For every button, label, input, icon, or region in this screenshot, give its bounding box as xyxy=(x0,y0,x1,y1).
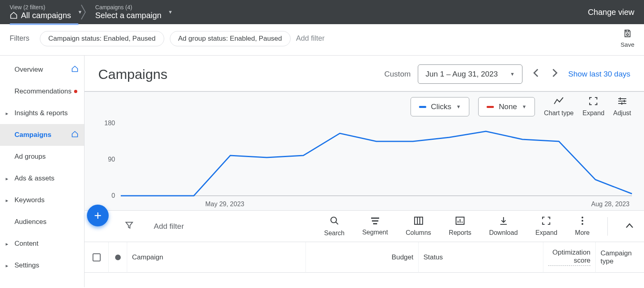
breadcrumb-view-main: All campaigns xyxy=(21,10,71,20)
svg-rect-7 xyxy=(372,220,378,222)
content-area: Campaigns Custom Jun 1 – Aug 31, 2023 ▼ … xyxy=(85,56,644,287)
sidebar-item-insights-reports[interactable]: Insights & reports xyxy=(0,102,84,124)
search-icon xyxy=(324,216,345,228)
caret-down-icon: ▼ xyxy=(168,9,173,15)
download-button[interactable]: Download xyxy=(489,216,518,236)
sidebar-item-content[interactable]: Content xyxy=(0,233,84,255)
sidebar-item-label: Recommendations xyxy=(14,87,72,95)
new-campaign-fab[interactable]: + xyxy=(87,205,109,226)
chart-section: Clicks ▼ None ▼ Chart type xyxy=(85,91,644,222)
filter-icon[interactable] xyxy=(125,221,134,232)
reports-icon xyxy=(449,216,471,228)
table-expand-button[interactable]: Expand xyxy=(535,216,557,236)
reports-button[interactable]: Reports xyxy=(449,216,471,236)
svg-rect-8 xyxy=(373,223,377,224)
svg-point-13 xyxy=(582,223,583,224)
chart-type-button[interactable]: Chart type xyxy=(544,97,574,117)
notification-dot-icon xyxy=(74,90,77,93)
sidebar-item-overview[interactable]: Overview xyxy=(0,59,84,81)
more-button[interactable]: More xyxy=(575,216,590,236)
table-expand-label: Expand xyxy=(535,229,557,236)
status-dot-header xyxy=(109,242,127,273)
segment-icon xyxy=(362,217,388,227)
sidebar-item-label: Insights & reports xyxy=(14,109,68,117)
breadcrumb-view[interactable]: View (2 filters) All campaigns ▼ xyxy=(10,0,78,24)
show-last-30-days-link[interactable]: Show last 30 days xyxy=(568,70,630,79)
breadcrumb-campaigns-main: Select a campaign xyxy=(95,10,162,20)
search-label: Search xyxy=(324,230,345,237)
status-dot-icon xyxy=(115,255,121,260)
add-filter-link[interactable]: Add filter xyxy=(296,34,325,43)
date-prev-button[interactable] xyxy=(530,68,542,80)
home-icon xyxy=(71,131,78,140)
caret-down-icon: ▼ xyxy=(78,9,83,15)
sidebar-item-recommendations[interactable]: Recommendations xyxy=(0,81,84,102)
col-campaign[interactable]: Campaign xyxy=(127,242,306,273)
chart-expand-label: Expand xyxy=(582,110,604,117)
chart-adjust-label: Adjust xyxy=(613,110,631,117)
svg-text:180: 180 xyxy=(104,120,115,126)
sidebar-item-label: Campaigns xyxy=(14,131,52,139)
svg-point-5 xyxy=(331,217,336,223)
metric-selector-secondary[interactable]: None ▼ xyxy=(478,97,535,116)
select-all-checkbox[interactable] xyxy=(93,253,101,261)
select-all-cell xyxy=(85,242,109,273)
more-label: More xyxy=(575,229,590,236)
sidebar-item-ads-assets[interactable]: Ads & assets xyxy=(0,168,84,189)
date-range-picker[interactable]: Jun 1 – Aug 31, 2023 ▼ xyxy=(418,64,522,84)
sidebar-item-settings[interactable]: Settings xyxy=(0,255,84,276)
page-header: Campaigns Custom Jun 1 – Aug 31, 2023 ▼ … xyxy=(85,56,644,91)
columns-label: Columns xyxy=(406,229,431,236)
filters-label: Filters xyxy=(10,34,29,43)
filter-bar: Filters Campaign status: Enabled, Paused… xyxy=(0,24,644,56)
download-icon xyxy=(489,216,518,228)
sidebar-item-label: Settings xyxy=(14,261,39,269)
collapse-arrow-button[interactable] xyxy=(625,223,634,230)
col-status[interactable]: Status xyxy=(419,242,543,273)
expand-icon xyxy=(535,216,557,228)
plus-icon: + xyxy=(94,208,102,223)
caret-down-icon: ▼ xyxy=(510,71,515,77)
date-range-value: Jun 1 – Aug 31, 2023 xyxy=(425,70,498,79)
adjust-icon xyxy=(613,97,631,108)
home-icon xyxy=(71,65,78,75)
sidebar-item-label: Overview xyxy=(14,66,43,74)
sidebar-item-ad-groups[interactable]: Ad groups xyxy=(0,146,84,168)
save-label: Save xyxy=(621,41,634,48)
chart-x-axis-labels: May 29, 2023 Aug 28, 2023 xyxy=(85,201,644,210)
more-icon xyxy=(575,216,590,228)
chart-expand-button[interactable]: Expand xyxy=(582,97,604,117)
svg-point-0 xyxy=(627,33,629,35)
svg-rect-6 xyxy=(371,218,379,219)
search-button[interactable]: Search xyxy=(324,216,345,237)
chart-adjust-button[interactable]: Adjust xyxy=(613,97,631,117)
table-add-filter[interactable]: Add filter xyxy=(154,222,184,231)
columns-button[interactable]: Columns xyxy=(406,216,431,236)
metric-selector-primary[interactable]: Clicks ▼ xyxy=(411,97,470,116)
filter-chip-campaign-status[interactable]: Campaign status: Enabled, Paused xyxy=(40,31,164,46)
metric-primary-label: Clicks xyxy=(431,102,452,111)
chart-type-icon xyxy=(544,97,574,108)
reports-label: Reports xyxy=(449,229,471,236)
caret-down-icon: ▼ xyxy=(522,104,527,110)
columns-icon xyxy=(406,216,431,228)
col-optimization-score[interactable]: Optimization score xyxy=(543,242,596,273)
svg-point-11 xyxy=(582,216,583,218)
download-label: Download xyxy=(489,229,518,236)
col-budget[interactable]: Budget xyxy=(306,242,419,273)
col-campaign-type[interactable]: Campaign type xyxy=(596,242,644,273)
date-next-button[interactable] xyxy=(549,68,561,80)
change-view-link[interactable]: Change view xyxy=(588,8,634,17)
save-button[interactable]: Save xyxy=(621,29,634,48)
expand-icon xyxy=(582,97,604,108)
sidebar-item-campaigns[interactable]: Campaigns xyxy=(0,124,84,146)
sidebar-item-keywords[interactable]: Keywords xyxy=(0,189,84,211)
sidebar: OverviewRecommendationsInsights & report… xyxy=(0,56,85,287)
svg-text:90: 90 xyxy=(108,156,115,163)
segment-button[interactable]: Segment xyxy=(362,217,388,236)
filter-chip-adgroup-status[interactable]: Ad group status: Enabled, Paused xyxy=(170,31,291,46)
chart-type-label: Chart type xyxy=(544,110,574,117)
sidebar-item-audiences[interactable]: Audiences xyxy=(0,211,84,233)
breadcrumb-campaigns[interactable]: Campaigns (4) Select a campaign ▼ xyxy=(88,0,169,24)
breadcrumb-campaigns-sub: Campaigns (4) xyxy=(95,4,162,11)
